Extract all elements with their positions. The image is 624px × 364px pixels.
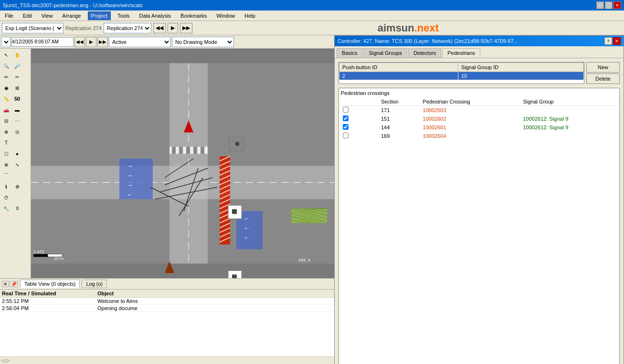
- crossing-id-2[interactable]: 10002602: [421, 114, 521, 123]
- zoom-out-icon[interactable]: 🔎: [12, 61, 22, 71]
- scissors-icon[interactable]: ✂: [12, 72, 22, 82]
- crossing-check-4[interactable]: [341, 132, 379, 140]
- grid-icon[interactable]: ⊞: [12, 83, 22, 93]
- view-select[interactable]: A: [1, 37, 11, 47]
- menu-tools[interactable]: Tools: [115, 12, 133, 20]
- prev-btn[interactable]: ◀◀: [153, 23, 166, 33]
- menu-bookmarks[interactable]: Bookmarks: [178, 12, 210, 20]
- svg-rect-25: [119, 159, 153, 199]
- crossing-id-1[interactable]: 10002603: [421, 106, 521, 115]
- log-time-2: 2:56:04 PM: [2, 305, 97, 311]
- circle-icon[interactable]: ●: [12, 148, 22, 159]
- crossing-signal-3: 10002612: Signal 9: [521, 123, 617, 132]
- checkbox-row1[interactable]: [343, 107, 349, 113]
- checkbox-row2[interactable]: [343, 115, 349, 121]
- new-button[interactable]: New: [586, 62, 620, 73]
- time-play-btn[interactable]: ▶: [86, 37, 96, 47]
- connection-icon[interactable]: ⊕: [1, 126, 11, 137]
- svg-text:←: ←: [127, 191, 133, 198]
- zoom-in-icon[interactable]: 🔍: [1, 61, 11, 71]
- tab-pedestrians[interactable]: Pedestrians: [442, 48, 480, 58]
- cursor-icon[interactable]: ↖: [1, 50, 11, 60]
- drawing-mode-select[interactable]: No Drawing Mode: [172, 37, 234, 47]
- dialog-close-btn[interactable]: ✕: [613, 37, 621, 45]
- eye-icon[interactable]: ◉: [1, 83, 11, 93]
- signal-group-1: 10: [458, 72, 583, 80]
- filter-icon[interactable]: ⧖: [12, 203, 22, 214]
- replication-select[interactable]: Replication 274: [104, 23, 151, 33]
- clock-icon[interactable]: ⏱: [1, 192, 11, 203]
- pan-icon[interactable]: ✋: [12, 50, 22, 60]
- menu-help[interactable]: Help: [242, 12, 258, 20]
- settings-icon[interactable]: ⚙: [12, 181, 22, 192]
- crossing-id-4[interactable]: 10002604: [421, 132, 521, 140]
- crossing-check-3[interactable]: [341, 123, 379, 132]
- vehicle-icon[interactable]: 🚗: [1, 104, 11, 115]
- left-sidebar: ↖ ✋ 🔍 🔎 ✏ ✂ ◉ ⊞: [0, 49, 31, 278]
- time-prev-btn[interactable]: ◀◀: [74, 37, 85, 47]
- text-icon[interactable]: T: [1, 137, 11, 148]
- crossing-id-3[interactable]: 10002601: [421, 123, 521, 132]
- checkbox-row4[interactable]: [343, 133, 349, 138]
- tab-basics[interactable]: Basics: [337, 48, 362, 58]
- log-row-1: 2:55:12 PM Welcome to Aims: [0, 298, 334, 305]
- menu-edit[interactable]: Edit: [20, 12, 35, 20]
- dialog-tabs: Basics Signal Groups Detectors Pedestria…: [335, 46, 624, 58]
- menu-file[interactable]: File: [2, 12, 16, 20]
- tab-detectors[interactable]: Detectors: [408, 48, 441, 58]
- map-canvas-area[interactable]: → → → ← ← ← ←: [31, 49, 334, 278]
- dash-icon[interactable]: ▬: [12, 104, 22, 115]
- delete-button[interactable]: Delete: [586, 73, 620, 84]
- edit-icon[interactable]: ✏: [1, 72, 11, 82]
- menu-window[interactable]: Window: [213, 12, 238, 20]
- spline-icon[interactable]: ⌒: [1, 170, 11, 181]
- menu-arrange[interactable]: Arrange: [59, 12, 84, 20]
- info-icon[interactable]: ℹ: [1, 181, 11, 192]
- number-50: 50: [12, 94, 22, 104]
- node-icon[interactable]: ⊗: [1, 159, 11, 170]
- pentagon-icon[interactable]: ⬠: [1, 148, 11, 159]
- svg-rect-37: [186, 147, 190, 154]
- panel-close-btn[interactable]: ✕: [2, 281, 9, 287]
- menu-data-analysis[interactable]: Data Analysis: [136, 12, 174, 20]
- log-tab[interactable]: Log (o): [82, 280, 107, 288]
- pushbutton-row-1[interactable]: 2 10: [339, 72, 584, 80]
- line-icon[interactable]: ⊟: [1, 115, 11, 126]
- window-controls: ─ □ ✕: [596, 1, 621, 9]
- play-btn[interactable]: ▶: [168, 23, 178, 33]
- scenario-select[interactable]: Exp Logit (Scenario (: [2, 23, 63, 33]
- crossing-check-1[interactable]: [341, 106, 379, 115]
- ruler-icon[interactable]: 📏: [1, 94, 11, 104]
- panel-pin-btn[interactable]: 📌: [10, 281, 18, 287]
- road-network-svg: → → → ← ← ← ←: [31, 49, 334, 278]
- time-next-btn[interactable]: ▶▶: [97, 37, 108, 47]
- crossing-row-1: 171 10002603: [341, 106, 617, 115]
- time-input[interactable]: [11, 37, 74, 47]
- svg-rect-46: [232, 275, 237, 279]
- menu-project[interactable]: Project: [88, 11, 111, 20]
- pushbutton-table-container: Push-button ID Signal Group ID 2 10: [338, 62, 584, 84]
- svg-rect-39: [201, 147, 204, 154]
- wrench-icon[interactable]: 🔧: [1, 203, 11, 214]
- checkbox-row3[interactable]: [343, 124, 349, 130]
- col-crossing-label: Pedestrian Crossing: [421, 98, 521, 106]
- curve-icon[interactable]: ∿: [12, 159, 22, 170]
- target-icon[interactable]: ◎: [12, 126, 22, 137]
- maximize-btn[interactable]: □: [605, 1, 613, 9]
- crossings-table: Section Pedestrian Crossing Signal Group…: [341, 98, 617, 140]
- dialog-help-icon[interactable]: ?: [604, 37, 612, 45]
- menu-view[interactable]: View: [39, 12, 56, 20]
- pushbutton-id-1: 2: [339, 72, 458, 80]
- crossing-row-4: 169 10002604: [341, 132, 617, 140]
- scrollbar-area[interactable]: ◁ ▷: [1, 358, 10, 363]
- crossings-title: Pedestrian crossings: [341, 90, 617, 96]
- crossing-check-2[interactable]: [341, 114, 379, 123]
- active-select[interactable]: Active: [109, 37, 171, 47]
- app-logo: aimsun.next: [378, 22, 439, 34]
- tab-signal-groups[interactable]: Signal Groups: [363, 48, 407, 58]
- close-btn[interactable]: ✕: [613, 1, 621, 9]
- minimize-btn[interactable]: ─: [596, 1, 604, 9]
- table-view-tab[interactable]: Table View (0 objects): [20, 280, 80, 288]
- dots-icon[interactable]: ⋯: [12, 115, 22, 126]
- next-btn[interactable]: ▶▶: [180, 23, 192, 33]
